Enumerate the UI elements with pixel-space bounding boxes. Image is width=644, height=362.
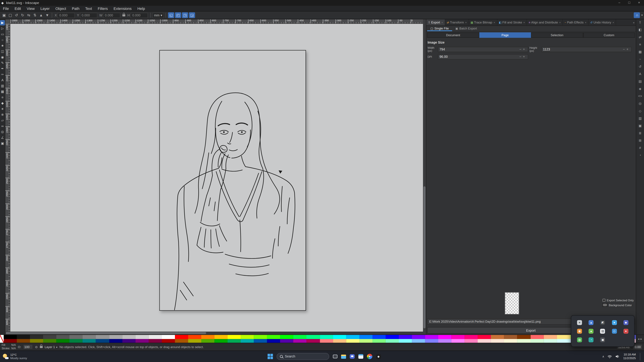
palette-swatch[interactable] <box>135 339 148 343</box>
opacity-input[interactable]: 100 <box>23 345 33 349</box>
x-input[interactable]: 0.000 <box>58 12 75 18</box>
tweak-tool[interactable]: ∗ <box>0 106 5 112</box>
calligraphy-tool[interactable]: ✑ <box>0 72 5 77</box>
dpi-minus-button[interactable]: − <box>520 55 523 59</box>
palette-swatch[interactable] <box>544 335 557 339</box>
menu-item-help[interactable]: Help <box>134 6 148 10</box>
eraser-tool[interactable]: ▱ <box>0 118 5 123</box>
palette-swatch[interactable] <box>491 335 504 339</box>
menu-item-file[interactable]: File <box>0 6 12 10</box>
palette-swatch[interactable] <box>228 339 241 343</box>
palette-swatch[interactable] <box>188 339 201 343</box>
pencil-tool[interactable]: ✎ <box>0 60 5 66</box>
select-all-icon[interactable]: ▣ <box>1 12 7 18</box>
palette-swatch[interactable] <box>267 335 280 339</box>
tray-app-9[interactable]: ◇ <box>612 329 617 333</box>
palette-swatch[interactable] <box>280 335 294 339</box>
dock-tab-path-effects[interactable]: ~Path Effects× <box>563 19 588 25</box>
palette-swatch[interactable] <box>17 339 30 343</box>
lock-ratio-icon[interactable] <box>122 14 125 16</box>
palette-swatch[interactable] <box>201 335 214 339</box>
height-input[interactable]: 1123 −+ <box>541 47 632 52</box>
close-tab-icon[interactable]: × <box>559 21 561 24</box>
swatches-dialog-icon[interactable]: ▥ <box>638 117 642 120</box>
width-plus-button[interactable]: + <box>523 48 526 51</box>
menu-item-object[interactable]: Object <box>52 6 69 10</box>
palette-swatch[interactable] <box>478 335 491 339</box>
palette-swatch[interactable] <box>504 339 518 343</box>
preferences-dialog-icon[interactable]: ≣ <box>639 132 642 135</box>
gradient-tool[interactable]: ▥ <box>0 83 5 89</box>
file-explorer-button[interactable] <box>341 354 346 360</box>
transform-corners-toggle[interactable]: ◰ <box>175 12 181 18</box>
layer-visibility-icon[interactable]: ⊙ <box>35 345 38 349</box>
node-tool[interactable]: ▷ <box>0 26 5 31</box>
horizontal-scrollbar[interactable] <box>5 332 423 335</box>
canvas[interactable] <box>10 24 423 332</box>
h-input[interactable]: 0.000 <box>131 12 148 18</box>
close-tab-icon[interactable]: × <box>585 21 586 24</box>
selector-tool[interactable]: ▶ <box>0 20 5 25</box>
palette-swatch[interactable] <box>544 339 557 343</box>
area-custom[interactable]: Custom <box>583 32 635 38</box>
palette-swatch[interactable] <box>96 339 109 343</box>
palette-swatch[interactable] <box>359 335 372 339</box>
palette-swatch[interactable] <box>148 335 162 339</box>
palette-swatch[interactable] <box>386 335 399 339</box>
palette-swatch[interactable] <box>30 339 43 343</box>
rotate-cw-icon[interactable]: ↻ <box>20 12 26 18</box>
palette-swatch[interactable] <box>70 335 83 339</box>
palette-swatch[interactable] <box>175 335 188 339</box>
dock-tab-undo-history[interactable]: ↺Undo History× <box>588 19 616 25</box>
box3d-tool[interactable]: ◫ <box>0 49 5 54</box>
palette-swatch[interactable] <box>438 335 452 339</box>
show-desktop-button[interactable] <box>640 353 641 360</box>
palette-swatch[interactable] <box>333 335 346 339</box>
rotate-ccw-icon[interactable]: ↺ <box>14 12 19 18</box>
palette-swatch[interactable] <box>557 335 570 339</box>
palette-swatch[interactable] <box>162 335 175 339</box>
height-minus-button[interactable]: − <box>623 48 626 51</box>
close-button[interactable]: × <box>634 0 644 6</box>
palette-swatch[interactable] <box>135 335 148 339</box>
width-input[interactable]: 794 −+ <box>438 47 528 52</box>
start-button[interactable] <box>268 354 273 360</box>
palette-swatch[interactable] <box>517 335 530 339</box>
pages-tool[interactable]: ▣ <box>0 141 5 146</box>
palette-swatch[interactable] <box>241 335 254 339</box>
dock-tab-transform[interactable]: ⇄Transform× <box>445 19 469 25</box>
palette-swatch[interactable] <box>83 335 96 339</box>
tab-overflow-icon[interactable]: » <box>632 21 636 24</box>
trace-bitmap-dialog-icon[interactable]: ▦ <box>638 50 642 54</box>
flip-horizontal-icon[interactable]: ⇆ <box>26 12 32 18</box>
palette-swatch[interactable] <box>399 339 412 343</box>
palette-swatch[interactable] <box>557 339 570 343</box>
tray-app-2[interactable]: ▲ <box>589 320 594 325</box>
chrome-button[interactable] <box>367 354 372 360</box>
close-tab-icon[interactable]: × <box>523 21 525 24</box>
tray-app-8[interactable]: ▤ <box>600 329 605 333</box>
palette-swatch[interactable] <box>214 335 228 339</box>
palette-swatch[interactable] <box>306 335 320 339</box>
text-tool[interactable]: A <box>0 78 5 83</box>
vertical-scrollbar[interactable] <box>423 19 426 335</box>
measure-tool[interactable]: ∠ <box>0 135 5 140</box>
objects-dialog-icon[interactable]: ◈ <box>639 87 641 91</box>
width-minus-button[interactable]: − <box>520 48 523 51</box>
vertical-scrollbar-thumb[interactable] <box>424 186 426 328</box>
chat-button[interactable] <box>350 354 354 360</box>
transform-stroke-toggle[interactable]: ◱ <box>168 12 174 18</box>
dock-tab-fill-and-stroke[interactable]: ◧Fill and Stroke× <box>497 19 527 25</box>
palette-swatch[interactable] <box>386 339 399 343</box>
layers-dialog-icon[interactable]: ▤ <box>638 80 642 83</box>
palette-swatch[interactable] <box>438 339 452 343</box>
text-font-dialog-icon[interactable]: A <box>639 72 641 76</box>
search-box[interactable]: Search <box>276 353 329 360</box>
area-page[interactable]: Page <box>479 32 531 38</box>
palette-swatch[interactable] <box>412 339 425 343</box>
tray-app-5[interactable]: ◆ <box>623 320 628 325</box>
menu-item-filters[interactable]: Filters <box>95 6 111 10</box>
palette-swatch[interactable] <box>320 339 333 343</box>
palette-swatch[interactable] <box>109 339 122 343</box>
area-selection[interactable]: Selection <box>531 32 583 38</box>
